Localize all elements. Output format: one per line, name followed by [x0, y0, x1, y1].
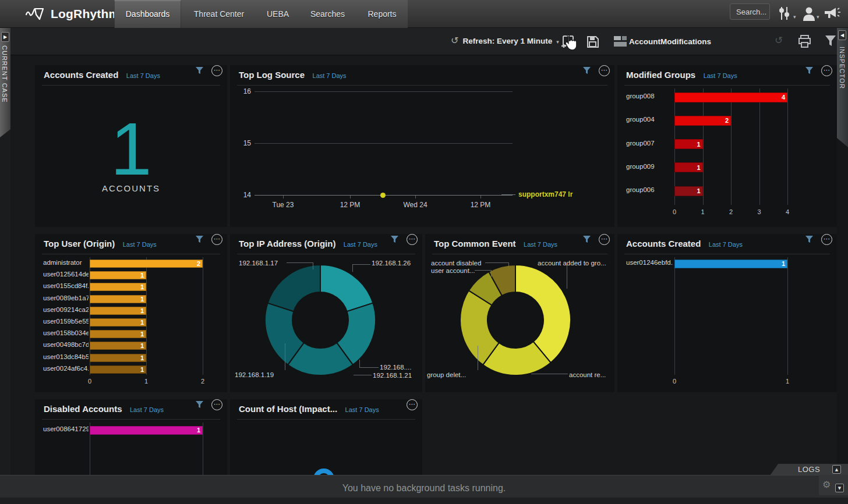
tab-label: Dashboards: [126, 9, 170, 19]
tab-searches[interactable]: Searches: [299, 0, 356, 28]
category-label: user0125614de...: [43, 271, 89, 278]
y-tick-15: 15: [230, 139, 251, 147]
announcements-megaphone-icon[interactable]: [824, 7, 841, 22]
ellipsis-menu-icon[interactable]: [407, 399, 418, 410]
category-label: group006: [626, 186, 673, 193]
current-case-tab[interactable]: CURRENT CASE: [0, 28, 10, 137]
bar[interactable]: 1: [674, 260, 787, 268]
filter-icon[interactable]: [582, 66, 591, 77]
filter-icon[interactable]: [805, 66, 814, 77]
ellipsis-menu-icon[interactable]: [211, 65, 222, 76]
filter-icon[interactable]: [390, 235, 399, 246]
widget-title: Top Common Event: [434, 239, 516, 249]
expand-current-case-button[interactable]: ▶: [1, 32, 9, 42]
ellipsis-menu-icon[interactable]: [599, 234, 610, 245]
gridline: [203, 423, 203, 475]
bar[interactable]: 1: [90, 354, 146, 362]
logs-collapse-down-button[interactable]: ▼: [835, 484, 844, 492]
status-bottom-strip: [0, 498, 848, 504]
ellipsis-menu-icon[interactable]: [211, 234, 222, 245]
widget-subtitle: Last 7 Days: [130, 406, 164, 413]
bar[interactable]: 1: [674, 139, 703, 149]
gridline: [731, 88, 732, 205]
donut-slice[interactable]: [268, 265, 320, 311]
bar[interactable]: 1: [90, 426, 203, 435]
widget-title: Disabled Accounts: [44, 404, 122, 414]
x-tick-mark: [415, 196, 416, 198]
tab-dashboards[interactable]: Dashboards: [114, 0, 181, 28]
leader-line: [475, 270, 491, 271]
leader-line: [531, 374, 568, 374]
widget-header: Accounts Created Last 7 Days: [626, 239, 832, 253]
bar[interactable]: 4: [674, 93, 787, 102]
widget-subtitle: Last 7 Days: [123, 241, 157, 248]
bar[interactable]: 1: [90, 318, 146, 326]
bar[interactable]: 1: [90, 365, 146, 374]
bar[interactable]: 1: [90, 342, 146, 350]
tab-threat-center[interactable]: Threat Center: [181, 0, 257, 28]
settings-gear-icon[interactable]: [822, 479, 831, 490]
ellipsis-menu-icon[interactable]: [821, 65, 832, 76]
ellipsis-menu-icon[interactable]: [211, 399, 222, 410]
bar[interactable]: 1: [90, 330, 146, 338]
bar[interactable]: 1: [674, 162, 703, 172]
bar[interactable]: 1: [90, 307, 146, 315]
donut-slice[interactable]: [320, 265, 373, 311]
expand-inspector-button[interactable]: ◀: [838, 30, 846, 40]
metric-unit-label: ACCOUNTS: [35, 183, 227, 193]
user-caret-icon[interactable]: [817, 10, 819, 21]
category-label: group008: [626, 93, 673, 100]
bar[interactable]: 1: [90, 295, 146, 303]
save-dashboard-icon[interactable]: [586, 35, 599, 51]
bar-value: 2: [197, 260, 200, 267]
dashboard-layout-icon[interactable]: [614, 36, 627, 49]
inspector-tab[interactable]: INSPECTOR: [837, 28, 848, 147]
leader-line: [359, 367, 379, 368]
bar[interactable]: 1: [674, 186, 703, 196]
search-button[interactable]: Search...: [730, 3, 770, 20]
category-label: user0024af6c4...: [43, 365, 89, 372]
leader-line: [285, 343, 285, 370]
bar-value: 1: [782, 260, 785, 267]
filter-icon[interactable]: [195, 400, 204, 411]
filters-caret-icon[interactable]: [793, 10, 796, 21]
filter-icon[interactable]: [195, 66, 204, 77]
filter-icon[interactable]: [582, 235, 591, 246]
donut-label: account re...: [569, 371, 606, 378]
category-label: group009: [626, 163, 673, 170]
dashboard-name[interactable]: AccountModifications: [629, 37, 711, 46]
leader-line: [352, 264, 353, 272]
brand[interactable]: LogRhythm ™: [26, 0, 129, 28]
filter-icon[interactable]: [195, 235, 204, 246]
tab-reports[interactable]: Reports: [356, 0, 408, 28]
widget-subtitle: Last 7 Days: [344, 241, 377, 248]
widget-top-user-origin: Top User (Origin) Last 7 Days 012adminis…: [35, 234, 227, 392]
filters-sliders-icon[interactable]: [778, 6, 792, 23]
bar[interactable]: 2: [90, 260, 203, 268]
data-point-marker[interactable]: [380, 193, 386, 198]
add-widget-icon[interactable]: [560, 35, 574, 51]
bar[interactable]: 1: [90, 271, 146, 279]
bar[interactable]: 2: [674, 116, 731, 126]
refresh-interval-dropdown[interactable]: Refresh: Every 1 Minute: [451, 36, 559, 46]
ellipsis-menu-icon[interactable]: [599, 65, 610, 76]
widget-header: Modified Groups Last 7 Days: [626, 70, 832, 84]
donut-chart[interactable]: [451, 256, 580, 384]
x-tick-label: 0: [666, 378, 683, 385]
ellipsis-menu-icon[interactable]: [821, 234, 832, 245]
bar-value: 1: [140, 272, 144, 279]
ellipsis-menu-icon[interactable]: [407, 234, 418, 245]
gridline: [759, 88, 760, 205]
widget-top-log-source: Top Log Source Last 7 Days 16 15 14 Tue …: [230, 65, 614, 227]
print-icon[interactable]: [798, 35, 811, 50]
x-tick-label: 1: [137, 378, 155, 385]
bar[interactable]: 1: [90, 283, 146, 291]
logs-expand-up-button[interactable]: ▲: [832, 465, 841, 474]
filter-dashboard-icon[interactable]: [825, 35, 836, 49]
tab-ueba[interactable]: UEBA: [257, 0, 299, 28]
donut-chart[interactable]: [256, 256, 384, 384]
filter-icon[interactable]: [805, 235, 814, 246]
header-divider: [42, 419, 220, 420]
legend-series-label[interactable]: supportxm747 lr: [518, 190, 573, 198]
user-profile-icon[interactable]: [802, 6, 816, 23]
